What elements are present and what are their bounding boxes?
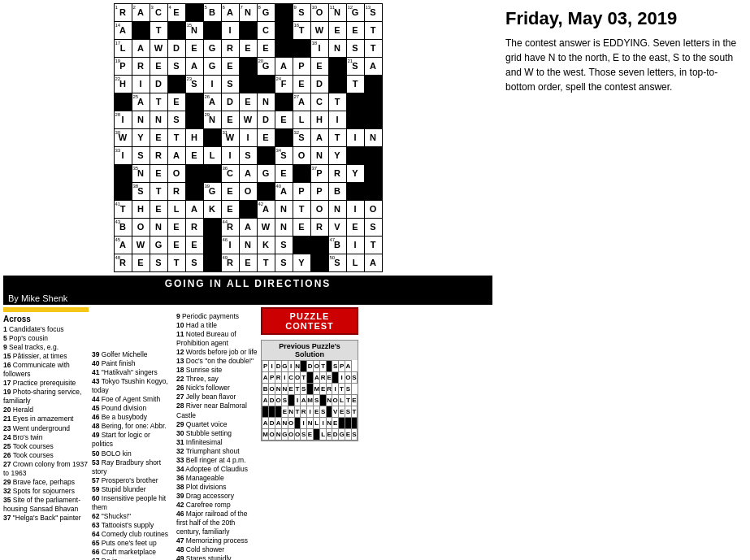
cell-r7c15-black: [364, 111, 382, 129]
down-col2-wrapper: 9 Periodic payments 10 Had a title 11 No…: [176, 307, 258, 560]
cell-r6c3: T: [150, 93, 167, 111]
cell-r4c2: R: [132, 58, 150, 76]
cell-r14c4: E: [167, 237, 185, 254]
cell-r11c3: T: [150, 183, 167, 201]
cell-r12c1: 41T: [114, 201, 132, 219]
ps-r7c4: G: [281, 429, 288, 441]
clue-across-17: 17 Practice prerequisite: [3, 379, 89, 388]
ps-r6c1: A: [262, 418, 269, 429]
cell-r8c5: H: [185, 129, 203, 147]
cell-r5c10: 24F: [275, 76, 293, 93]
clue-across-1: 1 Candidate's focus: [3, 325, 89, 334]
clue-across-20: 20 Herald: [3, 406, 89, 415]
cell-r8c2: Y: [132, 129, 150, 147]
cell-r7c7: E: [221, 111, 239, 129]
cell-r12c10: N: [275, 201, 293, 219]
ps-r1c1: P: [262, 361, 269, 372]
cell-r12c13: N: [328, 201, 346, 219]
cell-r4c13-black: [328, 58, 346, 76]
clue-across-32: 32 Spots for sojourners: [3, 487, 89, 496]
cell-r2c11: 16T: [293, 22, 310, 40]
cell-r15c2: E: [132, 254, 150, 272]
cell-r13c12: R: [310, 219, 328, 237]
cell-r13c2: O: [132, 219, 150, 237]
cell-r8c10-black: [275, 129, 293, 147]
ps-r6c6-black: [294, 418, 301, 429]
clue-across-41: 41 "Hatikvah" singers: [92, 368, 173, 377]
cell-r12c3: E: [150, 201, 167, 219]
cell-r14c7: 46I: [221, 237, 239, 254]
ps-r6c4: N: [281, 418, 288, 429]
clue-across-24: 24 Bro's twin: [3, 433, 89, 442]
cell-r2c3: T: [150, 22, 167, 40]
clue-down-49: 49 Stares stupidly: [176, 554, 258, 560]
cell-r6c1-black: [114, 93, 132, 111]
ps-r2c12-black: [332, 372, 339, 384]
ps-r4c7: A: [301, 395, 306, 406]
cell-r5c1: 22H: [114, 76, 132, 93]
ps-r2c15: S: [351, 372, 357, 384]
cell-r14c8: N: [239, 237, 257, 254]
date-header: Friday, May 03, 2019: [505, 8, 740, 29]
ps-r4c5-black: [288, 395, 294, 406]
ps-r1c2: I: [269, 361, 275, 372]
cell-r7c8: W: [239, 111, 257, 129]
cell-r6c6: 26A: [203, 93, 221, 111]
clue-across-39: 39 Golfer Michelle: [92, 350, 173, 359]
cell-r3c8: E: [239, 40, 257, 58]
cell-r4c9: 20G: [257, 58, 275, 76]
cell-r1c3: 3C: [150, 4, 167, 22]
cell-r9c6: L: [203, 147, 221, 165]
ps-r6c13-black: [339, 418, 345, 429]
ps-r1c4: G: [281, 361, 288, 372]
ps-r7c11: E: [326, 429, 332, 441]
ps-r3c6: T: [294, 384, 301, 395]
cell-r15c7: 49R: [221, 254, 239, 272]
ps-r5c14: S: [345, 406, 351, 418]
cell-r7c6: 29N: [203, 111, 221, 129]
cell-r11c8: O: [239, 183, 257, 201]
cell-r7c3: N: [150, 111, 167, 129]
ps-r1c13: P: [339, 361, 345, 372]
cell-r5c6: I: [203, 76, 221, 93]
cell-r3c12: 18I: [310, 40, 328, 58]
ps-r6c12: E: [332, 418, 339, 429]
cell-r6c8: E: [239, 93, 257, 111]
clue-down-36: 36 Manageable: [176, 474, 258, 483]
cell-r8c12: A: [310, 129, 328, 147]
ps-r5c12: V: [332, 406, 339, 418]
cell-r15c15: A: [364, 254, 382, 272]
clue-across-19: 19 Photo-sharing service, familiarly: [3, 388, 89, 406]
cell-r5c4-black: [167, 76, 185, 93]
clue-across-25: 25 Took courses: [3, 442, 89, 451]
cell-r12c2: H: [132, 201, 150, 219]
clue-across-16: 16 Communicate with followers: [3, 361, 89, 379]
cell-r7c5-black: [185, 111, 203, 129]
cell-r5c9-black: [257, 76, 275, 93]
cell-r2c2-black: [132, 22, 150, 40]
ps-r1c12: S: [332, 361, 339, 372]
cell-r5c8-black: [239, 76, 257, 93]
cell-r3c14: S: [346, 40, 364, 58]
cell-r1c10-black: [275, 4, 293, 22]
clue-down-47: 47 Memorizing process: [176, 536, 258, 545]
clue-across-50: 50 BOLO kin: [92, 449, 173, 458]
cell-r14c2: W: [132, 237, 150, 254]
cell-r1c6: 5B: [203, 4, 221, 22]
cell-r1c1: 1R: [114, 4, 132, 22]
cell-r10c15-black: [364, 165, 382, 183]
ps-r2c3: R: [275, 372, 282, 384]
ps-r7c12: D: [332, 429, 339, 441]
cell-r3c1: 17L: [114, 40, 132, 58]
ps-r5c4: E: [281, 406, 288, 418]
clue-across-26: 26 Took courses: [3, 451, 89, 460]
ps-r4c4: S: [281, 395, 288, 406]
ps-r7c8: E: [306, 429, 313, 441]
cell-r1c2: 2A: [132, 4, 150, 22]
clue-across-53: 53 Ray Bradbury short story: [92, 458, 173, 476]
cell-r1c15: 13S: [364, 4, 382, 22]
cell-r8c3: E: [150, 129, 167, 147]
cell-r8c8: I: [239, 129, 257, 147]
cell-r13c14: E: [346, 219, 364, 237]
cell-r7c9: D: [257, 111, 275, 129]
